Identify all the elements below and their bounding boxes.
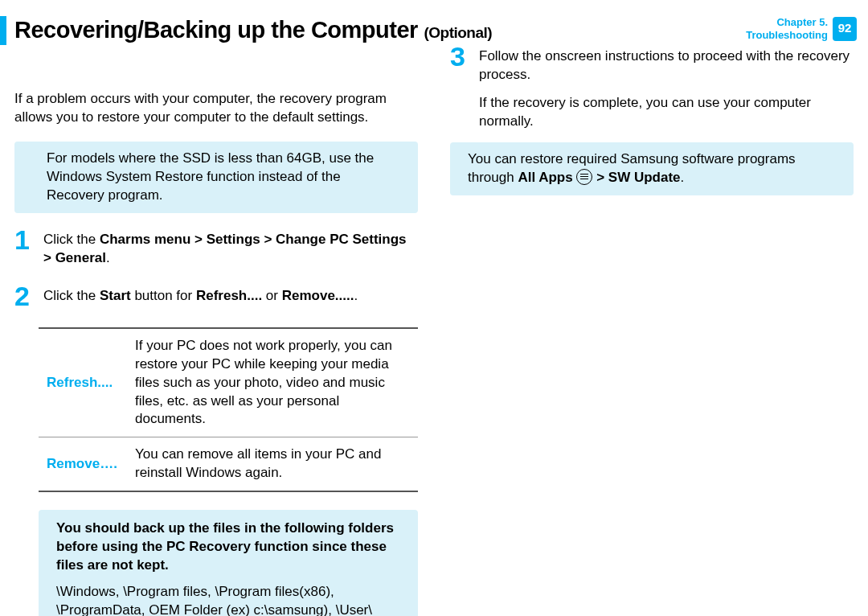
restore-note-b1: All Apps [518, 170, 572, 185]
step-2: 2 Click the Start button for Refresh....… [14, 285, 418, 310]
title-left: Recovering/Backing up the Computer (Opti… [0, 14, 492, 46]
title-accent-bar [0, 16, 6, 45]
page-number-badge: 92 [833, 17, 857, 41]
backup-warning-box: You should back up the files in the foll… [39, 510, 418, 616]
backup-warning-title: You should back up the files in the foll… [56, 519, 400, 575]
step-2-text: Click the Start button for Refresh.... o… [43, 285, 418, 306]
chapter-line1: Chapter 5. [746, 16, 828, 29]
step-2-b2: Refresh.... [196, 288, 262, 303]
restore-note-b2: SW Update [608, 170, 681, 185]
table-row: Refresh.... If your PC does not work pro… [39, 328, 418, 437]
ssd-note-text: For models where the SSD is less than 64… [47, 150, 374, 203]
step-2-b1: Start [100, 288, 131, 303]
chapter-label: Chapter 5. Troubleshooting [746, 16, 828, 41]
step-2-t3: or [262, 288, 282, 303]
step-2-t1: Click the [43, 288, 100, 303]
step-1-prefix: Click the [43, 232, 100, 247]
left-column: If a problem occurs with your computer, … [14, 90, 418, 616]
step-3: 3 Follow the onscreen instructions to pr… [450, 46, 854, 84]
step-2-number: 2 [14, 282, 43, 310]
step-2-t4: . [354, 288, 358, 303]
page-title: Recovering/Backing up the Computer (Opti… [14, 14, 492, 46]
title-bar: Recovering/Backing up the Computer (Opti… [0, 0, 868, 46]
backup-warning-body: \Windows, \Program files, \Program files… [56, 583, 400, 616]
step-3-number: 3 [450, 43, 479, 70]
page-title-suffix: (Optional) [424, 24, 492, 41]
option-refresh-label: Refresh.... [39, 328, 127, 437]
restore-note-t3: . [681, 170, 685, 185]
restore-note-t2: > [592, 170, 608, 185]
all-apps-icon [576, 169, 592, 185]
restore-note-box: You can restore required Samsung softwar… [450, 142, 854, 195]
step-2-t2: button for [131, 288, 196, 303]
step-1-suffix: . [106, 250, 110, 265]
chapter-line2: Troubleshooting [746, 29, 828, 42]
step-2-b3: Remove..... [282, 288, 354, 303]
step-1-number: 1 [14, 226, 43, 253]
options-table: Refresh.... If your PC does not work pro… [39, 327, 418, 493]
step-1: 1 Click the Charms menu > Settings > Cha… [14, 229, 418, 268]
content-columns: If a problem occurs with your computer, … [0, 90, 868, 616]
intro-paragraph: If a problem occurs with your computer, … [14, 90, 418, 127]
page-title-main: Recovering/Backing up the Computer [14, 17, 418, 43]
header-right: Chapter 5. Troubleshooting 92 [746, 14, 868, 41]
ssd-note-box: For models where the SSD is less than 64… [14, 142, 418, 213]
option-refresh-desc: If your PC does not work properly, you c… [127, 328, 418, 437]
step-1-text: Click the Charms menu > Settings > Chang… [43, 229, 418, 268]
after-step3-text: If the recovery is complete, you can use… [450, 94, 854, 131]
step-3-text: Follow the onscreen instructions to proc… [479, 46, 854, 84]
option-remove-label: Remove…. [39, 437, 127, 491]
option-remove-desc: You can remove all items in your PC and … [127, 437, 418, 491]
right-column: 3 Follow the onscreen instructions to pr… [450, 46, 854, 616]
table-row: Remove…. You can remove all items in you… [39, 437, 418, 491]
